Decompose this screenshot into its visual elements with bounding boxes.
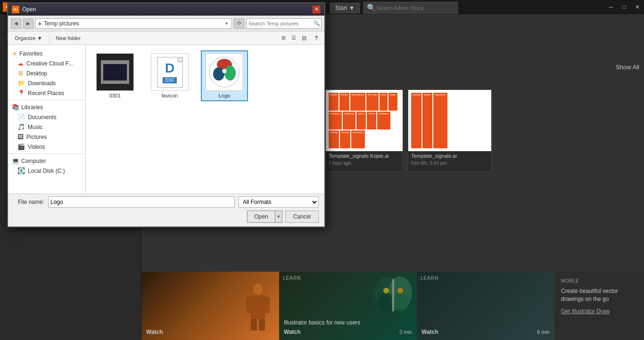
pictures-icon: 🖼 — [17, 133, 24, 140]
file-date-2: Feb 6th, 5:43 pm — [408, 161, 491, 168]
nav-item-recent[interactable]: 📍 Recent Places — [8, 88, 85, 98]
card-bottom-row-3: Watch 5 min — [421, 329, 550, 335]
signal-tag: DC relay — [366, 93, 378, 111]
screen-shape — [103, 64, 127, 81]
format-select[interactable]: All Formats Adobe Illustrator (*.AI) PDF… — [239, 196, 319, 208]
dxf-paper-shape: D DXF — [157, 57, 183, 88]
nav-item-documents[interactable]: 📄 Documents — [8, 112, 85, 122]
show-all-link[interactable]: Show All — [616, 64, 639, 71]
learn-card-1[interactable]: Watch — [141, 272, 279, 340]
maximize-button[interactable]: □ — [618, 0, 631, 14]
dialog-toolbar: Organize ▼ New folder ⊞ ☰ ▤ ? — [8, 32, 324, 45]
view-grid-button[interactable]: ⊞ — [278, 33, 289, 43]
file-view[interactable]: 0301 D DXF — [86, 45, 324, 194]
address-dropdown-icon[interactable]: ▼ — [224, 21, 229, 26]
learn-badge-3: LEARN — [421, 275, 438, 281]
filename-input[interactable] — [48, 196, 235, 208]
file-thumb-2: printing history transducer — [408, 90, 491, 151]
nav-item-desktop[interactable]: 🖥 Desktop — [8, 68, 85, 78]
dxf-label: DXF — [163, 77, 177, 83]
butterfly-art-icon — [372, 274, 414, 316]
nav-label-videos: Videos — [28, 144, 45, 150]
window-controls: ─ □ ✕ — [604, 0, 644, 14]
open-dropdown-arrow[interactable]: ▼ — [275, 210, 282, 223]
recent-file-2[interactable]: printing history transducer Template_sig… — [408, 89, 492, 172]
close-button[interactable]: ✕ — [631, 0, 644, 14]
nav-item-downloads[interactable]: 📁 Downloads — [8, 78, 85, 88]
nav-item-creative-cloud[interactable]: ☁ Creative Cloud F... — [8, 58, 85, 68]
svg-point-11 — [383, 288, 389, 293]
logo-svg — [208, 56, 240, 88]
view-list-button[interactable]: ☰ — [289, 33, 299, 43]
card-watch-2[interactable]: Watch — [284, 329, 301, 335]
svg-point-17 — [222, 69, 227, 73]
minimize-button[interactable]: ─ — [604, 0, 618, 14]
file-item-0301[interactable]: 0301 — [91, 50, 139, 101]
nav-item-local-disk[interactable]: 💽 Local Disk (C:) — [8, 166, 85, 176]
card-overlay-2: LEARN Illustrator basics for new users W… — [279, 272, 417, 340]
computer-header[interactable]: 💻 Computer — [8, 156, 85, 166]
new-folder-label: New folder — [56, 35, 81, 41]
nav-item-music[interactable]: 🎵 Music — [8, 122, 85, 132]
signals-thumb-2: printing history transducer — [408, 90, 491, 151]
ai-background: Ai Untitled-1 @ 100% (Layer 1, CMYK/Prev… — [0, 0, 644, 340]
nav-item-pictures[interactable]: 🖼 Pictures — [8, 132, 85, 142]
forward-button[interactable]: ▶ — [23, 18, 33, 29]
music-icon: 🎵 — [17, 123, 25, 130]
libraries-header[interactable]: 📚 Libraries — [8, 102, 85, 112]
adobe-stock-search[interactable]: 🔍 — [363, 2, 458, 14]
signal-tag: transducer — [351, 130, 365, 148]
nav-pane-scroll[interactable]: ★ Favorites ☁ Creative Cloud F... 🖥 Desk… — [8, 45, 85, 194]
nav-item-videos[interactable]: 🎬 Videos — [8, 142, 85, 152]
card-watch-1[interactable]: Watch — [146, 329, 163, 335]
svg-rect-4 — [251, 319, 257, 331]
address-box[interactable]: ▶ Temp pictures ▼ — [35, 18, 232, 29]
file-name-2: Template_signals.ai — [408, 151, 491, 161]
file-item-logo[interactable]: Logo — [201, 50, 248, 101]
cloud-icon: ☁ — [17, 60, 24, 67]
dialog-search-box[interactable]: 🔍 — [246, 18, 322, 29]
learn-card-2[interactable]: LEARN Illustrator basics for new users W… — [279, 272, 417, 340]
favorites-header[interactable]: ★ Favorites — [8, 49, 85, 58]
filename-label: File name: — [14, 199, 44, 205]
card-watch-3[interactable]: Watch — [421, 329, 438, 335]
monitor-shape — [101, 60, 129, 84]
mobile-card: MOBILE Create beautiful vector drawings … — [554, 272, 644, 340]
signal-tag: enclosure — [329, 112, 342, 130]
filename-row: File name: All Formats Adobe Illustrator… — [14, 196, 319, 208]
file-date-1: 1 hour ago — [326, 161, 403, 168]
start-button[interactable]: Start ▼ — [330, 3, 360, 13]
signal-tag: childproof — [343, 112, 356, 130]
dxf-thumb: D DXF — [151, 54, 188, 90]
computer-section: 💻 Computer 💽 Local Disk (C:) — [8, 156, 85, 176]
signal-tag: bipolar — [329, 93, 339, 111]
recent-file-1[interactable]: bipolar Printer destinations DC relay re… — [325, 89, 403, 172]
libraries-label: Libraries — [21, 104, 43, 111]
refresh-button[interactable]: ⟳ — [234, 18, 244, 29]
thumb-0301-img — [97, 54, 133, 90]
open-button[interactable]: Open — [247, 210, 274, 223]
toolbar-separator — [49, 34, 50, 42]
signals-thumb-1: bipolar Printer destinations DC relay re… — [326, 90, 403, 151]
organize-button[interactable]: Organize ▼ — [11, 33, 46, 43]
dialog-search-input[interactable] — [248, 21, 314, 26]
learn-card-3[interactable]: LEARN Watch 5 min — [417, 272, 554, 340]
mobile-cta-link[interactable]: Get Illustrator Draw — [561, 308, 637, 315]
svg-rect-10 — [392, 279, 394, 312]
new-folder-button[interactable]: New folder — [52, 33, 85, 43]
card-overlay-3: LEARN Watch 5 min — [417, 272, 554, 340]
back-button[interactable]: ◀ — [11, 18, 21, 29]
svg-point-16 — [213, 67, 224, 81]
dxf-corner — [178, 57, 182, 62]
adobe-stock-input[interactable] — [376, 5, 452, 11]
dialog-close-button[interactable]: ✕ — [312, 5, 321, 14]
file-item-favicon[interactable]: D DXF favicon — [146, 50, 193, 101]
cancel-button[interactable]: Cancel — [285, 210, 319, 223]
open-button-group: Open ▼ — [247, 210, 282, 223]
help-button[interactable]: ? — [311, 33, 322, 43]
file-thumb-logo — [206, 53, 243, 91]
computer-icon: 💻 — [12, 157, 19, 164]
file-thumb-favicon: D DXF — [151, 53, 189, 91]
view-details-button[interactable]: ▤ — [299, 33, 309, 43]
dialog-buttons: Open ▼ Cancel — [14, 210, 319, 225]
